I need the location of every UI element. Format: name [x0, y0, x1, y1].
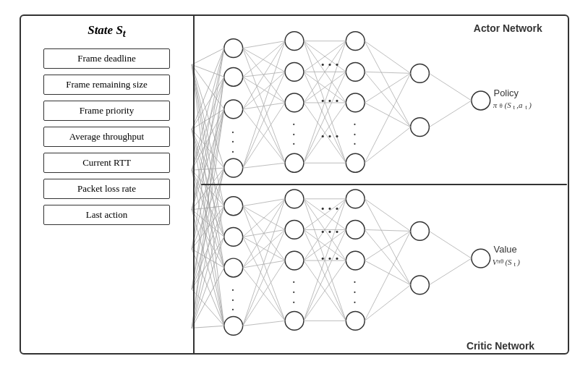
diagram-container: · · · · · · · · · · · ·	[20, 14, 569, 355]
state-item-frame-deadline: Frame deadline	[43, 48, 170, 69]
state-item-packet-loss-rate: Packet loss rate	[43, 179, 170, 199]
state-title: State St	[88, 23, 126, 40]
networks-panel	[195, 16, 568, 353]
state-item-average-throughput: Average throughput	[43, 127, 170, 147]
state-item-frame-priority: Frame priority	[43, 101, 170, 121]
state-item-last-action: Last action	[43, 205, 170, 225]
state-panel: State St Frame deadline Frame remaining …	[21, 16, 195, 353]
state-item-frame-remaining-size: Frame remaining size	[43, 75, 170, 95]
state-item-current-rtt: Current RTT	[43, 153, 170, 173]
